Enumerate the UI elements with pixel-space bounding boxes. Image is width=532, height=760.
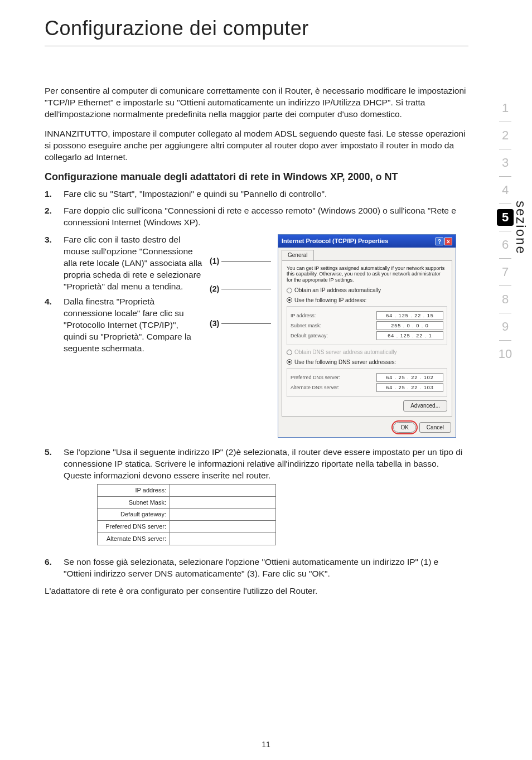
step-4-num: 4.	[45, 296, 64, 355]
callout-3: (3)	[210, 318, 219, 329]
section-subhead: Configurazione manuale degli adattatori …	[45, 171, 468, 183]
tab-general[interactable]: General	[282, 250, 314, 260]
table-row: Alternate DNS server:	[98, 533, 276, 545]
step-1: 1. Fare clic su "Start", "Impostazioni" …	[45, 188, 468, 200]
step-5: 5. Se l'opzione "Usa il seguente indiriz…	[45, 447, 468, 551]
radio-obtain-ip-auto[interactable]: Obtain an IP address automatically	[287, 287, 447, 294]
step-6-text: Se non fosse già selezionata, selezionar…	[64, 556, 468, 580]
radio-obtain-dns-auto[interactable]: Obtain DNS server address automatically	[287, 348, 447, 356]
step-2-num: 2.	[45, 205, 64, 229]
radio-icon	[287, 288, 292, 293]
cancel-button[interactable]: Cancel	[419, 422, 451, 433]
intro-para-2: INNANZITUTTO, impostare il computer coll…	[45, 128, 468, 163]
radio-use-following-dns[interactable]: Use the following DNS server addresses:	[287, 359, 447, 366]
callout-1: (1)	[210, 256, 219, 267]
dialog-description: You can get IP settings assigned automat…	[287, 265, 447, 283]
callout-column: (1) (2) (3)	[210, 234, 271, 438]
page-number: 11	[262, 740, 270, 749]
step-6-num: 6.	[45, 556, 64, 580]
radio-obtain-ip-auto-label: Obtain an IP address automatically	[294, 287, 381, 294]
table-label: Preferred DNS server:	[98, 521, 170, 533]
table-value[interactable]	[170, 484, 276, 496]
tcpip-properties-dialog: Internet Protocol (TCP/IP) Properties ? …	[278, 234, 456, 438]
help-icon[interactable]: ?	[436, 238, 443, 245]
title-rule	[45, 46, 468, 46]
page-title: Configurazione dei computer	[45, 17, 468, 40]
step-6: 6. Se non fosse già selezionata, selezio…	[45, 556, 468, 580]
closing-para: L'adattatore di rete è ora configurato p…	[45, 585, 468, 597]
step-5-num: 5.	[45, 447, 64, 551]
radio-icon	[287, 297, 292, 303]
ip-address-field[interactable]: 64 . 125 . 22 . 15	[376, 311, 443, 320]
section-nav-4[interactable]: 4	[494, 177, 516, 204]
section-nav-5-current[interactable]: 5	[497, 209, 514, 226]
step-1-text: Fare clic su "Start", "Impostazioni" e q…	[64, 188, 468, 200]
ip-group: IP address: 64 . 125 . 22 . 15 Subnet ma…	[287, 306, 447, 345]
table-row: Preferred DNS server:	[98, 521, 276, 533]
step-4-text: Dalla finestra "Proprietà connessione lo…	[64, 296, 203, 355]
section-nav-2[interactable]: 2	[494, 122, 516, 149]
subnet-mask-label: Subnet mask:	[291, 322, 321, 329]
table-label: Subnet Mask:	[98, 496, 170, 509]
table-value[interactable]	[170, 509, 276, 521]
dialog-titlebar: Internet Protocol (TCP/IP) Properties ? …	[278, 235, 456, 248]
subnet-mask-field[interactable]: 255 . 0 . 0 . 0	[376, 321, 443, 330]
radio-use-following-ip-label: Use the following IP address:	[294, 297, 366, 304]
table-label: Default gateway:	[98, 509, 170, 521]
radio-use-following-dns-label: Use the following DNS server addresses:	[294, 359, 396, 366]
section-nav-1[interactable]: 1	[494, 95, 516, 122]
section-nav-8[interactable]: 8	[494, 286, 516, 313]
ip-info-table: IP address: Subnet Mask: Default gateway…	[97, 484, 276, 545]
step-5-text: Se l'opzione "Usa il seguente indirizzo …	[64, 447, 462, 480]
preferred-dns-label: Preferred DNS server:	[291, 374, 340, 381]
table-value[interactable]	[170, 521, 276, 533]
section-nav-10[interactable]: 10	[494, 341, 516, 367]
table-row: IP address:	[98, 484, 276, 496]
dialog-title-text: Internet Protocol (TCP/IP) Properties	[282, 237, 388, 245]
alternate-dns-label: Alternate DNS server:	[291, 384, 340, 391]
preferred-dns-field[interactable]: 64 . 25 . 22 . 102	[376, 373, 443, 382]
table-label: Alternate DNS server:	[98, 533, 170, 545]
radio-obtain-dns-auto-label: Obtain DNS server address automatically	[294, 348, 396, 356]
section-label: sezione	[513, 201, 529, 255]
step-1-num: 1.	[45, 188, 64, 200]
section-nav-9[interactable]: 9	[494, 313, 516, 340]
intro-para-1: Per consentire al computer di comunicare…	[45, 85, 468, 120]
default-gateway-label: Default gateway:	[291, 332, 328, 339]
section-nav-7[interactable]: 7	[494, 259, 516, 285]
close-icon[interactable]: ×	[444, 238, 452, 245]
ip-address-label: IP address:	[291, 312, 316, 319]
radio-icon	[287, 350, 292, 355]
dialog-tabs: General	[278, 248, 456, 260]
table-label: IP address:	[98, 484, 170, 496]
dns-group: Preferred DNS server: 64 . 25 . 22 . 102…	[287, 368, 447, 397]
radio-icon	[287, 359, 292, 365]
callout-2: (2)	[210, 284, 219, 294]
step-2: 2. Fare doppio clic sull'icona "Connessi…	[45, 205, 468, 229]
table-value[interactable]	[170, 496, 276, 509]
table-row: Default gateway:	[98, 509, 276, 521]
default-gateway-field[interactable]: 64 . 125 . 22 . 1	[376, 331, 443, 340]
radio-use-following-ip[interactable]: Use the following IP address:	[287, 297, 447, 304]
table-row: Subnet Mask:	[98, 496, 276, 509]
section-nav-3[interactable]: 3	[494, 149, 516, 176]
nav-separator	[499, 204, 511, 204]
step-3-text: Fare clic con il tasto destro del mouse …	[64, 234, 203, 293]
ok-button[interactable]: OK	[393, 422, 415, 433]
step-3: 3. Fare clic con il tasto destro del mou…	[45, 234, 468, 438]
table-value[interactable]	[170, 533, 276, 545]
step-2-text: Fare doppio clic sull'icona "Connessioni…	[64, 205, 468, 229]
alternate-dns-field[interactable]: 64 . 25 . 22 . 103	[376, 383, 443, 392]
advanced-button[interactable]: Advanced...	[403, 400, 447, 412]
